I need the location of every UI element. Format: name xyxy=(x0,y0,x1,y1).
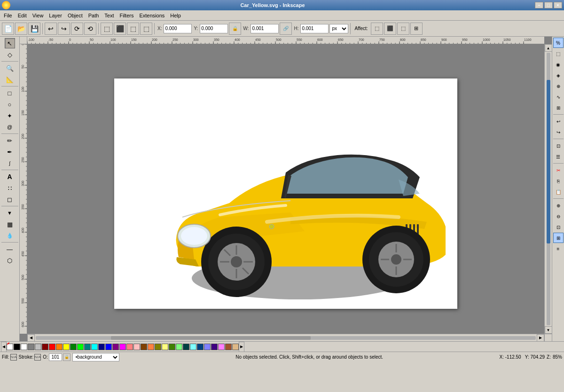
tool-connector[interactable]: — xyxy=(5,244,15,254)
redo-button[interactable]: ↪ xyxy=(58,23,70,35)
menu-item-layer[interactable]: Layer xyxy=(46,12,65,19)
h-input[interactable] xyxy=(300,24,329,33)
snap-bbox-button[interactable]: ⬚ xyxy=(553,48,564,59)
snap-center-button[interactable]: ⊕ xyxy=(553,81,564,91)
color-swatch-19[interactable] xyxy=(148,344,154,350)
color-swatch-3[interactable] xyxy=(35,344,41,350)
color-swatch-14[interactable] xyxy=(112,344,119,350)
scroll-right-button[interactable]: ▶ xyxy=(537,334,544,342)
opacity-input[interactable] xyxy=(49,353,62,361)
cut-button[interactable]: ✂ xyxy=(553,165,564,175)
undo-button-r[interactable]: ↩ xyxy=(553,116,564,126)
color-swatch-9[interactable] xyxy=(77,344,84,350)
zoom-in-r[interactable]: ⊕ xyxy=(553,200,564,211)
color-swatch-6[interactable] xyxy=(56,344,63,350)
color-swatch-25[interactable] xyxy=(190,344,196,350)
color-swatch-30[interactable] xyxy=(225,344,232,350)
lock-ratio-button[interactable]: 🔒 xyxy=(229,23,241,35)
tool-ellipse[interactable]: ○ xyxy=(5,99,15,110)
menu-item-text[interactable]: Text xyxy=(102,12,117,19)
menu-item-path[interactable]: Path xyxy=(86,12,102,19)
tool-star[interactable]: ✦ xyxy=(5,110,15,121)
open-button[interactable]: 📂 xyxy=(15,23,27,35)
color-swatch-11[interactable] xyxy=(91,344,98,350)
view-grid-r[interactable]: ⊞ xyxy=(553,233,564,243)
zoom-page-r[interactable]: ⊡ xyxy=(553,222,564,232)
color-swatch-23[interactable] xyxy=(176,344,182,350)
scrollbar-vertical[interactable]: ▲ ▼ xyxy=(544,44,552,334)
color-none[interactable] xyxy=(7,344,13,350)
new-button[interactable]: 📄 xyxy=(2,23,14,35)
color-swatch-27[interactable] xyxy=(204,344,211,350)
scroll-up-button[interactable]: ▲ xyxy=(545,44,552,52)
align-button-r[interactable]: ☰ xyxy=(553,151,564,162)
color-swatch-7[interactable] xyxy=(63,344,70,350)
redo-history-button[interactable]: ⟲ xyxy=(84,23,96,35)
undo-button[interactable]: ↩ xyxy=(45,23,57,35)
affect-btn-2[interactable]: ⬛ xyxy=(384,23,396,35)
canvas-area[interactable]: ◀ ▶ ▲ ▼ xyxy=(20,37,552,341)
align-left-button[interactable]: ⬚ xyxy=(101,23,113,35)
tool-rectangle[interactable]: □ xyxy=(5,88,15,98)
color-swatch-28[interactable] xyxy=(211,344,218,350)
align-center-button[interactable]: ⬛ xyxy=(114,23,126,35)
fill-swatch[interactable]: N/A xyxy=(10,354,17,361)
tool-node[interactable]: ◇ xyxy=(5,49,15,60)
scroll-thumb-v[interactable] xyxy=(547,80,550,243)
color-swatch-26[interactable] xyxy=(197,344,204,350)
scroll-thumb-h[interactable] xyxy=(111,336,311,340)
scroll-track-v[interactable] xyxy=(547,53,550,325)
tool-dropper[interactable]: 💧 xyxy=(5,230,15,241)
undo-history-button[interactable]: ⟳ xyxy=(71,23,83,35)
color-swatch-4[interactable] xyxy=(42,344,48,350)
minimize-button[interactable]: − xyxy=(535,2,543,8)
view-list-r[interactable]: ≡ xyxy=(553,243,564,254)
paste-button[interactable]: 📋 xyxy=(553,187,564,197)
scroll-left-button[interactable]: ◀ xyxy=(27,334,35,342)
canvas-scroll[interactable] xyxy=(27,44,544,334)
tool-measure[interactable]: 📐 xyxy=(5,74,15,85)
align-right-button[interactable]: ⬚ xyxy=(127,23,139,35)
menu-item-object[interactable]: Object xyxy=(65,12,86,19)
color-swatch-13[interactable] xyxy=(105,344,112,350)
redo-button-r[interactable]: ↪ xyxy=(553,127,564,137)
distribute-button[interactable]: ⬚ xyxy=(140,23,152,35)
lock-wh-button[interactable]: 🔗 xyxy=(280,23,292,35)
color-swatch-18[interactable] xyxy=(141,344,147,350)
tool-zoom[interactable]: 🔍 xyxy=(5,63,15,73)
color-swatch-17[interactable] xyxy=(133,344,140,350)
menu-item-help[interactable]: Help xyxy=(167,12,184,19)
maximize-button[interactable]: □ xyxy=(544,2,553,8)
color-swatch-15[interactable] xyxy=(119,344,126,350)
snap-toggle-button[interactable]: % xyxy=(553,38,564,48)
snap-nodes-button[interactable]: ◉ xyxy=(553,59,564,70)
color-swatch-29[interactable] xyxy=(218,344,225,350)
close-button[interactable]: × xyxy=(554,2,562,8)
tool-spiral[interactable]: @ xyxy=(5,122,15,132)
transform-button[interactable]: ⊡ xyxy=(553,141,564,151)
y-input[interactable] xyxy=(200,24,228,33)
affect-btn-1[interactable]: ⬚ xyxy=(371,23,383,35)
menu-item-edit[interactable]: Edit xyxy=(15,12,30,19)
affect-btn-3[interactable]: ⬚ xyxy=(397,23,409,35)
color-swatch-8[interactable] xyxy=(70,344,77,350)
color-swatch-12[interactable] xyxy=(98,344,105,350)
color-swatch-21[interactable] xyxy=(162,344,168,350)
tool-eraser[interactable]: ◻ xyxy=(5,194,15,204)
scrollbar-horizontal[interactable]: ◀ ▶ xyxy=(27,334,544,341)
affect-btn-4[interactable]: ⊞ xyxy=(410,23,423,35)
color-swatch-0[interactable] xyxy=(14,344,20,350)
color-swatch-24[interactable] xyxy=(183,344,189,350)
color-swatch-20[interactable] xyxy=(155,344,161,350)
tool-calligraphy[interactable]: ∫ xyxy=(5,158,15,168)
snap-sym-button[interactable]: ⊞ xyxy=(553,102,564,113)
copy-button[interactable]: ⎘ xyxy=(553,176,564,186)
menu-item-file[interactable]: File xyxy=(1,12,15,19)
snap-midpoints-button[interactable]: ◈ xyxy=(553,70,564,80)
tool-bucket[interactable]: ▼ xyxy=(5,208,15,218)
color-swatch-31[interactable] xyxy=(232,344,239,350)
color-swatch-10[interactable] xyxy=(84,344,91,350)
layer-select[interactable]: •background xyxy=(72,353,119,361)
color-swatch-5[interactable] xyxy=(49,344,55,350)
color-swatch-1[interactable] xyxy=(21,344,27,350)
